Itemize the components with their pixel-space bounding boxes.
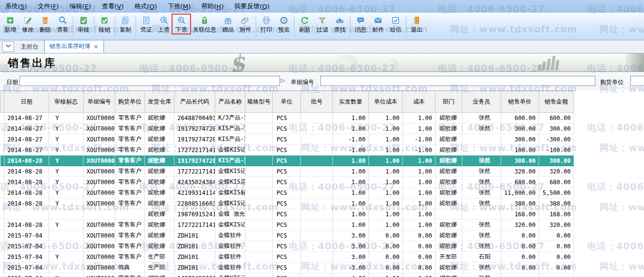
customer-filter-input[interactable] bbox=[630, 76, 644, 86]
cell-cost: 1.00 bbox=[403, 198, 435, 209]
toolbar-button-exit-door[interactable]: 退出 bbox=[408, 14, 425, 34]
toolbar-button-view-magnifier[interactable]: 查看 bbox=[54, 14, 71, 34]
cell-customer: 零售客户 bbox=[115, 241, 145, 252]
toolbar-button-copy-doc[interactable]: 复制 bbox=[117, 14, 134, 34]
date-filter-input[interactable] bbox=[19, 76, 280, 86]
menu-item-s[interactable]: 系统S bbox=[0, 0, 32, 13]
column-header-audit-flag[interactable]: 审核标志 bbox=[49, 91, 84, 113]
toolbar-button-filter-funnel[interactable]: 过滤 bbox=[314, 14, 331, 34]
column-header-salesperson[interactable]: 业务员 bbox=[462, 91, 501, 113]
table-row[interactable]: 2015-07-04XOUT000013零售客户妮歌娜ZDH101金蝶软件 金P… bbox=[0, 241, 574, 252]
menu-item-f[interactable]: 文件F bbox=[32, 0, 64, 13]
toolbar-button-print[interactable]: 打印 bbox=[258, 14, 275, 34]
menu-item-v[interactable]: 查看V bbox=[96, 0, 129, 13]
cell-spec-model bbox=[245, 273, 273, 277]
table-row[interactable]: 2014-08-27YXOUT000002零售客户妮歌娜19179274728K… bbox=[0, 123, 574, 134]
column-header-bill-no[interactable]: 单据编号 bbox=[84, 91, 115, 113]
toolbar: 新增修改删除查看审核核销复制凭证上查下查关联信息赠品附件打印预览刷新过滤查找消息… bbox=[0, 13, 644, 40]
cell-bill-no: XOUT000006 bbox=[84, 156, 115, 166]
cell-unit-cost: 1.00 bbox=[369, 145, 403, 156]
column-header-sale-amount[interactable]: 销售金额 bbox=[539, 91, 574, 113]
cell-actual-qty: -1.00 bbox=[333, 134, 369, 145]
column-header-batch-no[interactable]: 批号 bbox=[301, 91, 333, 113]
column-header-cost[interactable]: 成本 bbox=[403, 91, 435, 113]
toolbar-button-preview[interactable]: 预览 bbox=[276, 14, 292, 34]
toolbar-button-gift[interactable]: 赠品 bbox=[220, 14, 236, 34]
table-row[interactable]: 2014-08-27YXOUT000004零售客户妮歌娜17272217141金… bbox=[0, 145, 574, 156]
row-indicator bbox=[0, 198, 4, 209]
cell-department: 妮歌娜 bbox=[435, 113, 462, 123]
tab-list-dropdown-button[interactable] bbox=[2, 41, 14, 52]
menu-item-o[interactable]: 格式O bbox=[129, 0, 162, 13]
cell-department: 妮歌娜 bbox=[435, 273, 462, 277]
menu-item-q[interactable]: 我要反馈Q bbox=[229, 0, 275, 13]
cell-actual-qty: 1.00 bbox=[333, 198, 369, 209]
column-header-customer[interactable]: 购货单位 bbox=[115, 91, 145, 113]
menu-item-m[interactable]: 下推M bbox=[162, 0, 196, 13]
table-row[interactable]: 2015-07-04XOUT000015饰典生产部ZDH101金蝶软件 金PCS… bbox=[0, 262, 574, 273]
cell-customer: 零售客户 bbox=[115, 230, 145, 241]
column-header-unit-cost[interactable]: 单位成本 bbox=[369, 91, 403, 113]
table-row[interactable]: 2014-08-27YXOUT000003零售客户妮歌娜19179274728K… bbox=[0, 134, 574, 145]
column-header-department[interactable]: 部门 bbox=[435, 91, 462, 113]
expand-arrow-button[interactable]: ▷ bbox=[281, 77, 285, 84]
sms-envelope-icon bbox=[391, 16, 400, 25]
column-header-unit[interactable]: 单位 bbox=[273, 91, 301, 113]
toolbar-button-mail-envelope[interactable]: 邮件 bbox=[370, 14, 386, 34]
cell-unit-cost: 1.00 bbox=[369, 188, 403, 198]
cell-department bbox=[435, 209, 462, 220]
cell-warehouse: 妮歌娜 bbox=[145, 230, 174, 241]
toolbar-button-attachment-paperclip[interactable]: 附件 bbox=[237, 14, 254, 34]
menu-item-h[interactable]: 帮助H bbox=[196, 0, 229, 13]
cell-actual-qty: 1.00 bbox=[333, 220, 369, 230]
toolbar-button-refresh[interactable]: 刷新 bbox=[296, 14, 313, 34]
cell-product-code: 14270432021 bbox=[174, 273, 215, 277]
column-header-warehouse[interactable]: 发货仓库 bbox=[145, 91, 174, 113]
column-header-sale-price[interactable]: 销售单价 bbox=[501, 91, 539, 113]
menu-item-e[interactable]: 编辑E bbox=[64, 0, 96, 13]
column-header-product-name[interactable]: 产品名称 bbox=[215, 91, 245, 113]
cell-product-code: ZDH101 bbox=[174, 252, 215, 262]
tab-main-console[interactable]: 主控台 bbox=[16, 41, 43, 53]
column-header-actual-qty[interactable]: 实发数量 bbox=[333, 91, 369, 113]
table-row[interactable]: 2015-07-04XOUT000012零售客户妮歌娜ZDH101金蝶软件 金P… bbox=[0, 230, 574, 241]
toolbar-button-message-bubble[interactable]: 消息 bbox=[352, 14, 369, 34]
table-row[interactable]: 2014-08-28YXOUT000010零售客户妮歌娜22808516603金… bbox=[0, 198, 574, 209]
cell-product-code: 26488700403 bbox=[174, 113, 215, 123]
cell-sale-price: 11,000.00 bbox=[501, 188, 539, 198]
table-row[interactable]: 2014-08-28YXOUT000008零售客户妮歌娜42435024384金… bbox=[0, 177, 574, 188]
cell-salesperson: 张然 bbox=[462, 273, 501, 277]
table-row[interactable]: 2014-08-28YXOUT000009零售客户妮歌娜42199314114金… bbox=[0, 188, 574, 198]
toolbar-button-voucher-doc[interactable]: 凭证 bbox=[138, 14, 155, 34]
cell-product-code: ZDH101 bbox=[174, 241, 215, 252]
column-header-date[interactable]: 日期 bbox=[4, 91, 49, 113]
cell-department: 妮歌娜 bbox=[435, 177, 462, 188]
cell-salesperson: 张然 bbox=[462, 123, 501, 134]
table-row[interactable]: 妮歌娜19876915241金蝶 激光金PCS1.001.001.00168.0… bbox=[0, 209, 574, 220]
table-row[interactable]: 2014-08-27YXOUT000001零售客户妮歌娜26488700403K… bbox=[0, 113, 574, 123]
table-row[interactable]: 2014-08-28YXOUT000007零售客户妮歌娜17272217141金… bbox=[0, 166, 574, 177]
toolbar-button-plus-new[interactable]: 新增 bbox=[2, 14, 18, 34]
toolbar-button-sms-envelope[interactable]: 短信 bbox=[387, 14, 404, 34]
toolbar-button-delete-trash[interactable]: 删除 bbox=[37, 14, 53, 34]
table-row[interactable]: 2014-08-28YXOUT000011零售客户妮歌娜17272217141金… bbox=[0, 220, 574, 230]
cell-cost: 0.00 bbox=[403, 230, 435, 241]
tab-sales-outbound-journal[interactable]: 销售出库序时簿× bbox=[44, 40, 104, 53]
toolbar-button-verify-check[interactable]: 核销 bbox=[96, 14, 113, 34]
column-header-product-code[interactable]: 产品长代码 bbox=[174, 91, 215, 113]
bill-no-filter-input[interactable] bbox=[320, 76, 595, 86]
cell-warehouse: 妮歌娜 bbox=[145, 273, 174, 277]
toolbar-button-audit-check[interactable]: 审核 bbox=[75, 14, 92, 34]
toolbar-button-search-down[interactable]: 下查 bbox=[173, 14, 190, 34]
cell-actual-qty: 1.00 bbox=[333, 156, 369, 166]
toolbar-button-related-lock[interactable]: 关联信息 bbox=[191, 14, 219, 34]
toolbar-button-edit-pencil[interactable]: 修改 bbox=[19, 14, 36, 34]
table-row[interactable]: 2014-08-28YXOUT000006零售客户妮歌娜19179274728K… bbox=[0, 156, 574, 166]
tab-close-icon[interactable]: × bbox=[93, 43, 99, 50]
cell-product-name: 金蝶 激光金 bbox=[215, 209, 245, 220]
toolbar-button-find-binoculars[interactable]: 查找 bbox=[331, 14, 348, 34]
table-row[interactable]: 2015-07-04YXOUT000016零售客户妮歌娜14270432021金… bbox=[0, 273, 574, 277]
column-header-spec-model[interactable]: 规格型号 bbox=[245, 91, 273, 113]
toolbar-button-search-up[interactable]: 上查 bbox=[156, 14, 172, 34]
table-row[interactable]: 2015-07-04YXOUT000014零售客户生产部ZDH101金蝶软件 金… bbox=[0, 252, 574, 262]
